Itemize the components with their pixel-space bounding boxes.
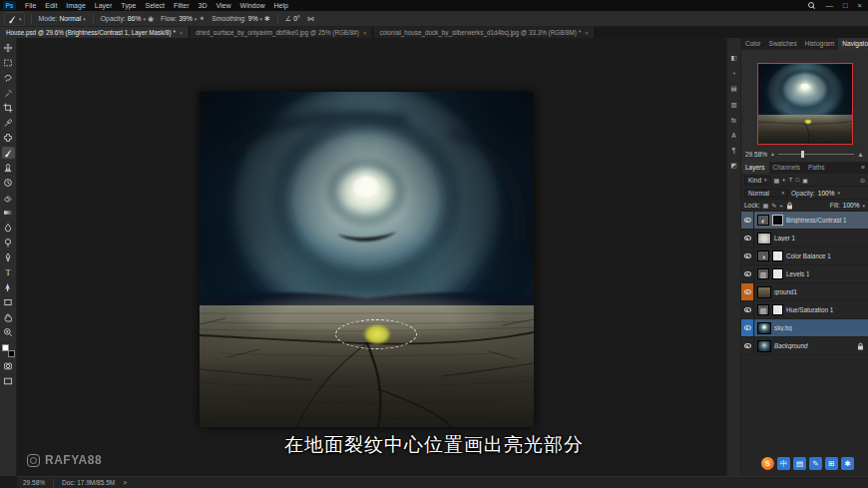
tab-paths[interactable]: Paths (804, 162, 829, 174)
clone-stamp-tool[interactable] (2, 162, 15, 174)
filter-shape-icon[interactable]: □ (796, 177, 800, 183)
visibility-toggle[interactable] (741, 319, 754, 336)
smoothing-gear-icon[interactable]: ✱ (264, 15, 270, 23)
type-tool[interactable]: T (2, 266, 15, 278)
layer-name[interactable]: ground1 (774, 288, 797, 295)
layer-row-brightness-contrast[interactable]: ◐ Brightness/Contrast 1 (741, 212, 868, 230)
filter-toggle-icon[interactable]: ⊙ (860, 177, 865, 184)
layer-thumbnail[interactable] (757, 322, 771, 334)
crop-tool[interactable] (2, 102, 15, 114)
layer-thumbnail[interactable] (757, 286, 771, 298)
menu-view[interactable]: View (217, 2, 231, 9)
visibility-toggle[interactable] (741, 212, 754, 229)
pen-tool[interactable] (2, 251, 15, 263)
adjustments-icon[interactable]: ◧ (730, 54, 736, 62)
opacity-option[interactable]: Opacity: 86% ▾ ◉ (101, 15, 154, 23)
layer-mask-thumbnail[interactable] (772, 268, 783, 279)
layer-row-background[interactable]: Background (741, 337, 868, 355)
blend-mode-option[interactable]: Mode: Normal ▾ (39, 15, 86, 22)
quick-mask-button[interactable] (2, 360, 15, 372)
layer-name[interactable]: Brightness/Contrast 1 (786, 217, 847, 224)
flow-option[interactable]: Flow: 39% ▾ ✴ (161, 15, 205, 23)
move-tool[interactable] (2, 42, 15, 54)
brush-preset-picker[interactable]: ▾ (4, 12, 25, 26)
layer-name[interactable]: Hue/Saturation 1 (786, 306, 833, 313)
toolbox-icon[interactable]: ⊞ (825, 457, 838, 470)
layer-name[interactable]: Color Balance 1 (786, 252, 831, 259)
layer-row-layer1[interactable]: Layer 1 (741, 230, 868, 247)
menu-select[interactable]: Select (146, 2, 165, 9)
house-psd-image[interactable] (200, 92, 534, 427)
symmetry-icon[interactable]: ⋈ (307, 15, 314, 23)
menu-filter[interactable]: Filter (174, 2, 190, 9)
tab-navigator[interactable]: Navigator (838, 38, 868, 50)
libraries-icon[interactable]: ◩ (730, 162, 736, 170)
handwriting-icon[interactable]: ✎ (809, 457, 822, 470)
layer-opacity-value[interactable]: 100% (818, 190, 835, 197)
lock-transparency-icon[interactable]: ▦ (763, 202, 769, 209)
adjustment-layer-icon[interactable]: ◐ (757, 215, 769, 226)
doc-tab-house[interactable]: House.psd @ 29.6% (Brightness/Contrast 1… (0, 27, 190, 38)
history-brush-tool[interactable] (2, 177, 15, 189)
menu-help[interactable]: Help (273, 2, 287, 9)
layer-row-hue-saturation[interactable]: ▧ Hue/Saturation 1 (741, 301, 868, 319)
marquee-tool[interactable] (2, 57, 15, 69)
tab-channels[interactable]: Channels (769, 162, 804, 174)
filter-smart-object-icon[interactable]: ▣ (802, 177, 808, 184)
layer-name[interactable]: sky.bg (774, 324, 792, 331)
document-canvas[interactable] (200, 92, 534, 427)
menu-3d[interactable]: 3D (199, 2, 208, 9)
menu-type[interactable]: Type (121, 2, 136, 9)
foreground-color-swatch[interactable] (2, 344, 9, 351)
smoothing-option[interactable]: Smoothing: 9% ▾ ✱ (212, 15, 270, 23)
navigator-proxy-view[interactable] (757, 63, 853, 145)
panel-menu-icon[interactable]: ≡ (861, 162, 868, 174)
visibility-toggle[interactable] (741, 265, 754, 282)
menu-file[interactable]: File (25, 2, 36, 9)
healing-brush-tool[interactable] (2, 132, 15, 144)
status-chevron-icon[interactable]: > (123, 479, 127, 486)
zoom-slider[interactable] (778, 154, 854, 155)
layer-name[interactable]: Levels 1 (786, 270, 809, 277)
search-icon[interactable] (808, 2, 816, 10)
keyboard-icon[interactable]: ▤ (793, 457, 806, 470)
lock-position-icon[interactable]: + (779, 203, 783, 209)
filter-adjustment-icon[interactable]: ◐ (782, 177, 786, 183)
maximize-button[interactable]: □ (843, 1, 848, 10)
layer-mask-thumbnail[interactable] (772, 304, 783, 315)
visibility-toggle[interactable] (741, 247, 754, 264)
visibility-toggle[interactable] (741, 337, 754, 354)
layer-row-levels[interactable]: ▥ Levels 1 (741, 265, 868, 283)
magic-wand-tool[interactable] (2, 87, 15, 99)
layer-name[interactable]: Background (774, 342, 808, 349)
blur-tool[interactable] (2, 222, 15, 234)
layer-mask-thumbnail[interactable] (772, 215, 783, 226)
character-icon[interactable]: A (731, 132, 735, 139)
filter-pixel-icon[interactable]: ▦ (774, 177, 780, 184)
paragraph-icon[interactable]: ¶ (732, 147, 736, 154)
elliptical-selection[interactable] (335, 319, 417, 349)
layer-row-sky-bg[interactable]: sky.bg (741, 319, 868, 337)
doc-tab-colonial-house[interactable]: colonial_house_dock_by_silberwerks_d1d4b… (373, 27, 595, 38)
adjustment-layer-icon[interactable]: ▧ (757, 304, 769, 315)
layer-row-ground[interactable]: ground1 (741, 283, 868, 301)
tab-swatches[interactable]: Swatches (765, 38, 801, 50)
zoom-slider-handle[interactable] (801, 151, 804, 158)
visibility-toggle[interactable] (741, 301, 754, 318)
eraser-tool[interactable] (2, 192, 15, 204)
path-selection-tool[interactable] (2, 281, 15, 293)
tab-layers[interactable]: Layers (741, 162, 769, 174)
shape-tool[interactable] (2, 296, 15, 308)
sogou-icon[interactable]: S (761, 457, 774, 470)
lock-all-icon[interactable] (786, 202, 793, 210)
layer-thumbnail[interactable] (757, 340, 771, 352)
status-zoom-value[interactable]: 29.58% (23, 479, 45, 486)
brush-angle-option[interactable]: ∠ 0° (285, 15, 300, 23)
dodge-tool[interactable] (2, 237, 15, 248)
airbrush-icon[interactable]: ✴ (199, 15, 205, 23)
styles-icon[interactable]: fx (731, 117, 736, 124)
doc-tab-dried-surface[interactable]: dried_surface_by_onlyaxim_dbf9ke0.jpg @ … (190, 27, 373, 38)
hand-tool[interactable] (2, 311, 15, 323)
actions-icon[interactable]: ▤ (730, 85, 736, 93)
visibility-toggle[interactable] (741, 230, 754, 246)
